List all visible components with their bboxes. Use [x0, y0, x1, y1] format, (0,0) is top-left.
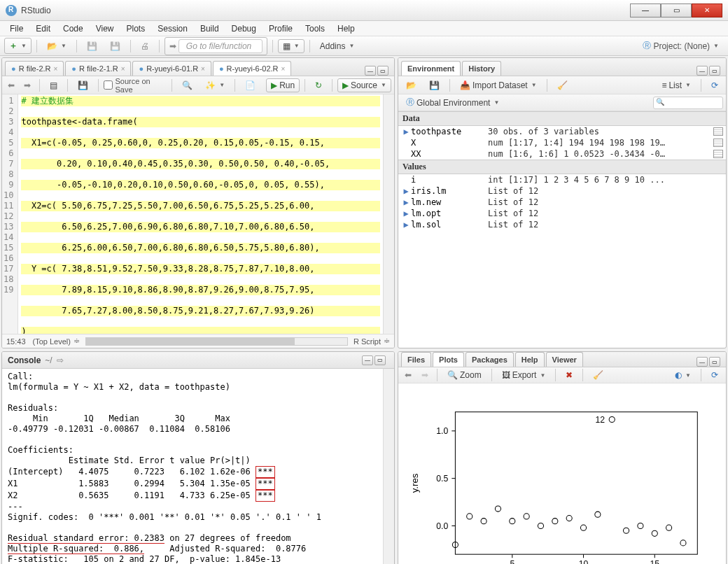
prev-plot-button[interactable]: ⬅	[401, 369, 415, 381]
minimize-pane-button[interactable]: —	[365, 66, 376, 76]
plots-tab[interactable]: Plots	[433, 352, 464, 367]
maximize-pane-button[interactable]: ▭	[374, 355, 386, 365]
export-button[interactable]: 🖼 Export▼	[497, 368, 551, 382]
lang-label[interactable]: R Script	[354, 337, 381, 346]
env-row[interactable]: iint [1:17] 1 2 3 4 5 6 7 8 9 10 ...	[398, 174, 726, 185]
expand-icon[interactable]: ▶	[401, 127, 411, 136]
back-button[interactable]: ⬅	[5, 79, 18, 92]
publish-button[interactable]: ◐▼	[670, 368, 696, 382]
expand-icon[interactable]: ▶	[401, 220, 411, 230]
source-button[interactable]: ▶Source▼	[337, 78, 391, 92]
console-body[interactable]: Call: lm(formula = Y ~ X1 + X2, data = t…	[2, 369, 383, 564]
menu-profile[interactable]: Profile	[263, 22, 298, 35]
env-tab[interactable]: Environment	[401, 61, 461, 76]
editor-scrollbar[interactable]	[383, 94, 394, 334]
clear-workspace-button[interactable]: 🧹	[552, 78, 573, 92]
minimize-pane-button[interactable]: —	[696, 357, 708, 367]
maximize-pane-button[interactable]: ▭	[709, 66, 720, 76]
plots-tab[interactable]: Files	[401, 352, 431, 367]
find-button[interactable]: 🔍	[177, 78, 197, 92]
menu-debug[interactable]: Debug	[226, 22, 262, 35]
plots-tab[interactable]: Viewer	[546, 352, 583, 367]
grid-icon[interactable]	[713, 150, 723, 158]
menu-help[interactable]: Help	[332, 22, 360, 35]
load-workspace-button[interactable]: 📂	[401, 78, 421, 92]
editor-body[interactable]: 12345678910111213141516171819 # 建立数据集 to…	[2, 94, 394, 334]
addins-menu[interactable]: Addins▼	[315, 39, 360, 53]
run-button[interactable]: ▶Run	[266, 78, 300, 92]
close-tab-icon[interactable]: ×	[121, 65, 125, 73]
scope-label[interactable]: (Top Level)	[33, 337, 71, 346]
new-file-button[interactable]: ＋▼	[4, 38, 31, 54]
compile-report-button[interactable]: 📄	[240, 78, 260, 92]
minimize-pane-button[interactable]: —	[696, 66, 708, 76]
svg-point-18	[495, 506, 500, 512]
save-all-button[interactable]: 💾	[105, 39, 125, 53]
maximize-pane-button[interactable]: ▭	[709, 357, 720, 367]
env-row[interactable]: Xnum [1:17, 1:4] 194 194 198 198 19…	[398, 137, 726, 148]
wand-button[interactable]: ✨▼	[200, 78, 230, 92]
save-file-button[interactable]: 💾	[73, 78, 93, 92]
menu-session[interactable]: Session	[152, 22, 193, 35]
editor-tab[interactable]: ●R-yueyi-6-01.R×	[132, 61, 211, 76]
menu-code[interactable]: Code	[57, 22, 89, 35]
close-tab-icon[interactable]: ×	[201, 65, 205, 73]
editor-h-scrollbar[interactable]	[85, 337, 348, 346]
editor-tab[interactable]: ●R-yueyi-6-02.R×	[213, 61, 291, 76]
forward-button[interactable]: ➡	[21, 79, 34, 92]
menu-build[interactable]: Build	[195, 22, 225, 35]
menu-view[interactable]: View	[90, 22, 120, 35]
print-button[interactable]: 🖨	[136, 39, 154, 53]
menu-plots[interactable]: Plots	[121, 22, 151, 35]
open-file-button[interactable]: 📂▼	[42, 39, 71, 53]
console-scrollbar[interactable]	[383, 369, 394, 564]
env-row[interactable]: ▶lm.newList of 12	[398, 197, 726, 208]
close-button[interactable]: ✕	[692, 3, 722, 17]
scope-selector[interactable]: Ⓡ Global Environment▼	[401, 94, 504, 111]
env-row[interactable]: ▶lm.optList of 12	[398, 208, 726, 219]
goto-file-input[interactable]: ➡Go to file/function	[164, 37, 267, 55]
expand-icon[interactable]: ▶	[401, 197, 411, 207]
refresh-env-button[interactable]: ⟳	[706, 78, 723, 92]
plots-tab[interactable]: Packages	[465, 352, 514, 367]
next-plot-button[interactable]: ➡	[418, 369, 432, 381]
rerun-button[interactable]: ↻	[310, 78, 327, 92]
grid-icon[interactable]	[713, 127, 723, 136]
svg-text:y.res: y.res	[410, 473, 420, 493]
menu-tools[interactable]: Tools	[300, 22, 330, 35]
save-button[interactable]: 💾	[82, 39, 102, 53]
expand-icon[interactable]: ▶	[401, 186, 411, 196]
refresh-plot-button[interactable]: ⟳	[706, 368, 723, 382]
grid-icon[interactable]	[713, 139, 723, 147]
editor-tab[interactable]: ●R file-2.R×	[5, 61, 64, 76]
remove-plot-button[interactable]: ✖	[561, 368, 578, 382]
expand-icon[interactable]: ▶	[401, 209, 411, 218]
save-workspace-button[interactable]: 💾	[424, 78, 444, 92]
close-tab-icon[interactable]: ×	[54, 65, 58, 73]
clear-plots-button[interactable]: 🧹	[588, 368, 608, 382]
show-in-new-window-button[interactable]: ▤	[45, 78, 62, 92]
close-tab-icon[interactable]: ×	[281, 65, 286, 73]
minimize-pane-button[interactable]: —	[362, 355, 373, 365]
env-row[interactable]: ▶lm.solList of 12	[398, 219, 726, 230]
title-bar: RStudio — ▭ ✕	[0, 0, 728, 21]
grid-button[interactable]: ▦▼	[278, 39, 304, 53]
minimize-button[interactable]: —	[630, 3, 661, 17]
maximize-button[interactable]: ▭	[661, 3, 692, 17]
env-row[interactable]: ▶iris.lmList of 12	[398, 185, 726, 197]
menu-edit[interactable]: Edit	[30, 22, 56, 35]
env-tab[interactable]: History	[462, 61, 501, 76]
env-row[interactable]: ▶toothpaste30 obs. of 3 variables	[398, 126, 726, 137]
maximize-pane-button[interactable]: ▭	[377, 66, 388, 76]
import-dataset-button[interactable]: 📥 Import Dataset▼	[455, 78, 542, 92]
editor-tab[interactable]: ●R file-2-1.R×	[65, 61, 131, 76]
env-search-input[interactable]	[653, 97, 723, 109]
list-view-button[interactable]: ≡ List▼	[657, 78, 696, 92]
console-pane: Console ~/ ⇨ — ▭ Call: lm(formula = Y ~ …	[1, 351, 395, 564]
env-row[interactable]: XXnum [1:6, 1:6] 1 0.0523 -0.3434 -0…	[398, 148, 726, 160]
zoom-button[interactable]: 🔍 Zoom	[442, 368, 486, 382]
project-menu[interactable]: Ⓡ Project: (None)▼	[638, 38, 724, 54]
plots-tab[interactable]: Help	[515, 352, 545, 367]
menu-file[interactable]: File	[4, 22, 29, 35]
source-on-save-checkbox[interactable]	[104, 80, 113, 90]
